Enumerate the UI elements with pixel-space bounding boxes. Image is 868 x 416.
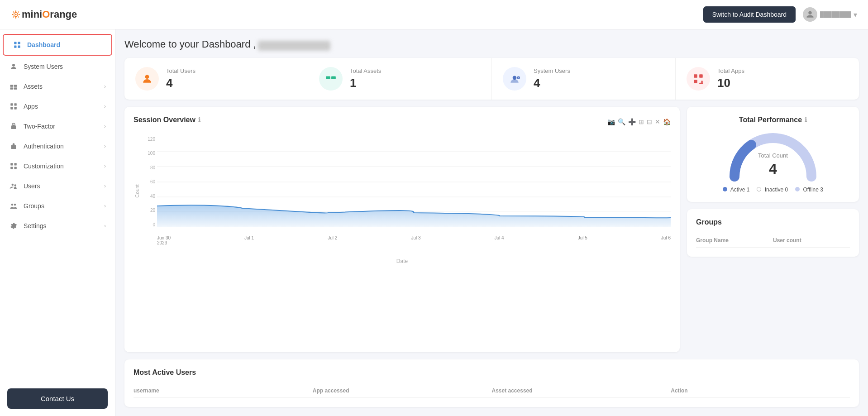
- svg-rect-5: [19, 14, 20, 15]
- sidebar-item-groups[interactable]: Groups ›: [0, 196, 115, 216]
- svg-rect-24: [10, 163, 13, 165]
- svg-rect-2: [15, 10, 16, 12]
- inactive-legend-value: 0: [785, 186, 788, 193]
- sidebar-item-groups-label: Groups: [24, 202, 44, 210]
- assets-icon: [9, 82, 18, 91]
- sidebar-item-two-factor[interactable]: Two-Factor ›: [0, 116, 115, 136]
- gauge-value: 4: [728, 161, 818, 177]
- audit-dashboard-button[interactable]: Switch to Audit Dashboard: [703, 6, 796, 23]
- sidebar-item-apps[interactable]: Apps ›: [0, 96, 115, 116]
- sidebar-item-two-factor-label: Two-Factor: [24, 123, 55, 130]
- apps-chevron: ›: [104, 103, 106, 110]
- svg-rect-13: [18, 46, 20, 48]
- total-assets-value: 1: [350, 76, 381, 90]
- customization-icon: [9, 162, 18, 171]
- users-chevron: ›: [104, 183, 106, 189]
- svg-rect-21: [10, 107, 13, 110]
- svg-rect-11: [18, 42, 20, 44]
- svg-rect-40: [694, 80, 697, 83]
- sidebar-item-assets[interactable]: Assets ›: [0, 77, 115, 96]
- active-legend-value: 1: [747, 186, 750, 193]
- offline-legend-label: Offline: [803, 186, 820, 193]
- svg-rect-9: [18, 16, 19, 18]
- chart-home-button[interactable]: 🏠: [663, 118, 671, 125]
- sidebar-item-customization-label: Customization: [24, 163, 64, 170]
- total-assets-label: Total Assets: [350, 67, 381, 74]
- svg-rect-27: [14, 167, 17, 169]
- svg-rect-17: [10, 87, 14, 90]
- two-factor-icon: [9, 122, 18, 131]
- svg-rect-38: [694, 74, 697, 78]
- total-users-icon: [135, 67, 159, 91]
- chart-expand-button[interactable]: ⊞: [639, 118, 644, 125]
- svg-rect-33: [326, 76, 330, 79]
- system-users-stat-icon: e: [503, 67, 526, 91]
- user-menu[interactable]: ████████ ▾: [803, 7, 857, 22]
- stats-row: Total Users 4 Total Assets 1: [124, 58, 859, 100]
- session-overview-card: Session Overview ℹ 📷 🔍 ➕ ⊞ ⊟ ✕ 🏠: [124, 107, 680, 352]
- inactive-legend-label: Inactive: [765, 186, 785, 193]
- chart-cross-button[interactable]: ✕: [655, 118, 660, 125]
- svg-rect-39: [699, 74, 703, 78]
- contact-us-button[interactable]: Contact Us: [7, 388, 108, 409]
- chart-toolbar: 📷 🔍 ➕ ⊞ ⊟ ✕ 🏠: [607, 118, 671, 125]
- svg-point-29: [14, 184, 17, 186]
- svg-rect-10: [14, 42, 16, 44]
- active-legend-dot: [723, 187, 727, 191]
- content-row: Session Overview ℹ 📷 🔍 ➕ ⊞ ⊟ ✕ 🏠: [124, 107, 859, 352]
- two-factor-chevron: ›: [104, 123, 106, 129]
- chart-camera-button[interactable]: 📷: [607, 118, 615, 125]
- svg-rect-34: [331, 76, 336, 79]
- col-username: username: [134, 387, 313, 394]
- assets-chevron: ›: [104, 83, 106, 90]
- groups-title: Groups: [696, 218, 850, 226]
- sidebar-bottom: Contact Us: [0, 381, 115, 416]
- chart-add-button[interactable]: ➕: [628, 118, 636, 125]
- stat-total-users: Total Users 4: [124, 58, 308, 100]
- col-app-accessed: App accessed: [313, 387, 492, 394]
- system-users-stat-value: 4: [534, 76, 570, 90]
- most-active-table-header: username App accessed Asset accessed Act…: [134, 384, 850, 398]
- sidebar-item-customization[interactable]: Customization ›: [0, 156, 115, 176]
- dashboard-icon: [13, 40, 22, 49]
- x-axis-label: Date: [134, 258, 671, 264]
- col-asset-accessed: Asset accessed: [492, 387, 671, 394]
- sidebar-item-users[interactable]: Users ›: [0, 176, 115, 196]
- user-name-display: ████████: [820, 11, 851, 18]
- system-users-stat-label: System Users: [534, 67, 570, 74]
- svg-rect-15: [10, 85, 14, 87]
- svg-point-14: [12, 64, 15, 67]
- bottom-row: Most Active Users username App accessed …: [124, 359, 859, 407]
- svg-point-28: [12, 184, 14, 186]
- stat-system-users: e System Users 4: [492, 58, 676, 100]
- chart-shrink-button[interactable]: ⊟: [647, 118, 652, 125]
- sidebar-item-system-users[interactable]: System Users: [0, 57, 115, 77]
- total-users-value: 4: [166, 76, 196, 90]
- authentication-icon: [9, 142, 18, 151]
- sidebar-item-settings[interactable]: Settings ›: [0, 216, 115, 236]
- session-info-icon: ℹ: [198, 116, 200, 123]
- svg-point-32: [145, 75, 149, 79]
- svg-rect-8: [13, 16, 14, 18]
- svg-point-31: [14, 204, 16, 206]
- system-users-icon: [9, 62, 18, 71]
- sidebar-item-authentication[interactable]: Authentication ›: [0, 136, 115, 156]
- customization-chevron: ›: [104, 163, 106, 169]
- svg-rect-6: [13, 11, 14, 13]
- sidebar-item-system-users-label: System Users: [24, 63, 63, 70]
- user-menu-chevron: ▾: [854, 10, 857, 19]
- performance-title: Total Performance: [739, 116, 802, 124]
- main-content: Welcome to your Dashboard , Total Users …: [115, 29, 868, 416]
- most-active-card: Most Active Users username App accessed …: [124, 359, 859, 407]
- groups-table-header: Group Name User count: [696, 234, 850, 248]
- svg-rect-22: [14, 107, 17, 110]
- performance-info-icon: ℹ: [805, 116, 807, 123]
- apps-icon: [9, 102, 18, 111]
- chart-zoom-button[interactable]: 🔍: [618, 118, 625, 125]
- sidebar-item-dashboard[interactable]: Dashboard: [3, 34, 112, 56]
- svg-rect-25: [14, 163, 17, 165]
- svg-point-1: [15, 14, 16, 15]
- sidebar-item-users-label: Users: [24, 182, 40, 190]
- users-icon: [9, 182, 18, 191]
- offline-legend-dot: [795, 187, 800, 191]
